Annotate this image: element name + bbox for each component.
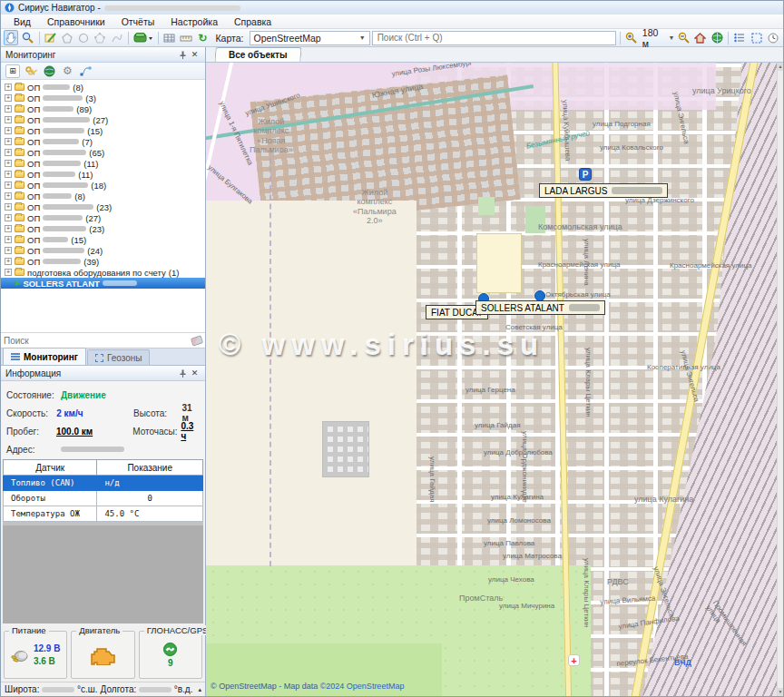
resize-grip-icon[interactable]: ▴: [198, 686, 201, 693]
tree-item[interactable]: +ОП(23): [1, 223, 205, 234]
select-area-icon[interactable]: [749, 30, 763, 45]
tree-item[interactable]: +ОП(8): [1, 191, 205, 201]
tree-item[interactable]: +ОП(15): [1, 125, 205, 136]
tree-item-selected[interactable]: ▶SOLLERS ATLANT: [1, 278, 205, 289]
tree-item[interactable]: +ОП(23): [1, 201, 205, 212]
tree-item[interactable]: +ОП(3): [1, 93, 205, 103]
map-canvas[interactable]: P + © www.sirius.su © OpenStreetMap - Ma…: [206, 63, 783, 696]
add-circle-icon[interactable]: [76, 30, 91, 45]
zoom-scale-chevron-icon[interactable]: ▼: [669, 34, 675, 41]
list-view-icon[interactable]: [732, 30, 747, 45]
map-provider-select[interactable]: OpenStreetMap ▼: [250, 31, 370, 45]
refresh-icon[interactable]: ↻: [195, 30, 210, 45]
tree-item[interactable]: +ОП(11): [1, 169, 205, 180]
tree-item-label: ОП: [27, 246, 40, 256]
tree-item[interactable]: +ОП(18): [1, 180, 205, 191]
close-icon[interactable]: ✕: [189, 49, 201, 61]
expand-icon[interactable]: +: [5, 127, 12, 134]
menu-item[interactable]: Вид: [6, 15, 38, 28]
zoom-in-icon[interactable]: [624, 30, 639, 45]
tab-monitoring[interactable]: Мониторинг: [3, 348, 86, 365]
tree-item[interactable]: +ОП(27): [1, 212, 205, 223]
add-polygon-icon[interactable]: [60, 30, 74, 45]
globe-icon[interactable]: [710, 30, 724, 45]
scroll-up-icon[interactable]: ▲: [778, 63, 783, 71]
clear-search-icon[interactable]: [191, 335, 203, 346]
value-col-header[interactable]: Показание: [97, 460, 203, 476]
zoom-out-icon[interactable]: [676, 30, 691, 45]
tree-item[interactable]: +ОП(89): [1, 103, 205, 114]
menu-item[interactable]: Отчёты: [114, 15, 162, 28]
tree-item[interactable]: +ОП(39): [1, 256, 205, 267]
pin-icon[interactable]: [177, 368, 189, 379]
grid-icon[interactable]: [162, 30, 177, 45]
vehicle-label[interactable]: LADA LARGUS: [539, 183, 668, 198]
expand-icon[interactable]: +: [5, 203, 12, 211]
expand-icon[interactable]: +: [5, 225, 12, 232]
hospital-icon[interactable]: +: [568, 654, 580, 666]
draw-geozone-icon[interactable]: [43, 30, 57, 45]
edit-polyline-icon[interactable]: [110, 30, 124, 45]
expand-icon[interactable]: +: [5, 171, 12, 178]
gear-icon[interactable]: ⚙: [61, 64, 74, 78]
expand-all-icon[interactable]: ⊞: [5, 64, 20, 78]
tree-item[interactable]: +ОП(7): [1, 136, 205, 147]
tree-item[interactable]: +ОП(24): [1, 245, 205, 256]
expand-icon[interactable]: +: [5, 247, 12, 254]
home-icon[interactable]: [693, 30, 708, 45]
mileage-value[interactable]: 100.0 км: [56, 427, 132, 437]
vehicle-label[interactable]: SOLLERS ATALANT: [475, 300, 605, 315]
tree-search-input[interactable]: [4, 336, 191, 346]
tab-geozones[interactable]: Геозоны: [87, 349, 151, 365]
redacted-text: [43, 139, 79, 144]
folder-icon: [15, 83, 24, 91]
tree-item[interactable]: +ОП(65): [1, 147, 205, 158]
sensor-row[interactable]: Температура ОЖ45.0 °С: [4, 506, 203, 522]
expand-icon[interactable]: +: [5, 149, 12, 156]
map-scrollbar[interactable]: ▲ ▼: [777, 63, 783, 696]
pan-hand-icon[interactable]: [4, 30, 18, 45]
tree-item-label: ОП: [27, 235, 40, 245]
scroll-down-icon[interactable]: ▼: [778, 688, 783, 696]
menu-item[interactable]: Справочники: [40, 15, 113, 28]
expand-icon[interactable]: +: [5, 214, 12, 221]
tree-item[interactable]: +ОП(27): [1, 114, 205, 125]
close-icon[interactable]: ✕: [189, 368, 201, 379]
pin-icon[interactable]: [177, 49, 189, 61]
expand-icon[interactable]: +: [5, 94, 12, 102]
layers-icon[interactable]: [132, 30, 154, 45]
zoom-scale-value[interactable]: 180 м: [641, 27, 667, 49]
expand-icon[interactable]: +: [5, 269, 12, 276]
ruler-icon[interactable]: [179, 30, 193, 45]
global-search-input[interactable]: [372, 31, 616, 45]
expand-icon[interactable]: +: [5, 116, 12, 123]
sensor-row[interactable]: Топливо (CAN)н/д: [4, 476, 203, 491]
history-clock-icon[interactable]: [766, 30, 780, 45]
tree-item[interactable]: +ОП(8): [1, 82, 205, 93]
globe-small-icon[interactable]: [43, 64, 56, 78]
tree-item[interactable]: +подготовка оборудования по счету(1): [1, 267, 205, 278]
expand-icon[interactable]: +: [5, 182, 12, 189]
tree-item[interactable]: +ОП(11): [1, 158, 205, 169]
sensor-col-header[interactable]: Датчик: [4, 460, 97, 476]
tree-item[interactable]: +ОП(15): [1, 234, 205, 245]
expand-icon[interactable]: +: [5, 83, 12, 91]
hours-value[interactable]: 0.3 ч: [181, 421, 200, 441]
menu-item[interactable]: Настройка: [163, 15, 225, 28]
parking-icon[interactable]: P: [579, 168, 592, 181]
expand-icon[interactable]: +: [5, 192, 12, 200]
keys-icon[interactable]: [24, 64, 38, 78]
map-tab-all-objects[interactable]: Все объекты: [214, 47, 301, 62]
zoom-magnifier-icon[interactable]: [20, 30, 34, 45]
redacted-text: [43, 182, 88, 188]
expand-icon[interactable]: +: [5, 258, 12, 265]
expand-icon[interactable]: +: [5, 160, 12, 167]
route-icon[interactable]: [79, 64, 93, 78]
expand-icon[interactable]: +: [5, 138, 12, 145]
expand-icon[interactable]: +: [5, 236, 12, 243]
edit-polygon-icon[interactable]: [93, 30, 107, 45]
tree-item-count: (3): [85, 93, 96, 103]
menu-item[interactable]: Справка: [227, 15, 279, 28]
sensor-row[interactable]: Обороты0: [4, 491, 203, 506]
expand-icon[interactable]: +: [5, 105, 12, 113]
